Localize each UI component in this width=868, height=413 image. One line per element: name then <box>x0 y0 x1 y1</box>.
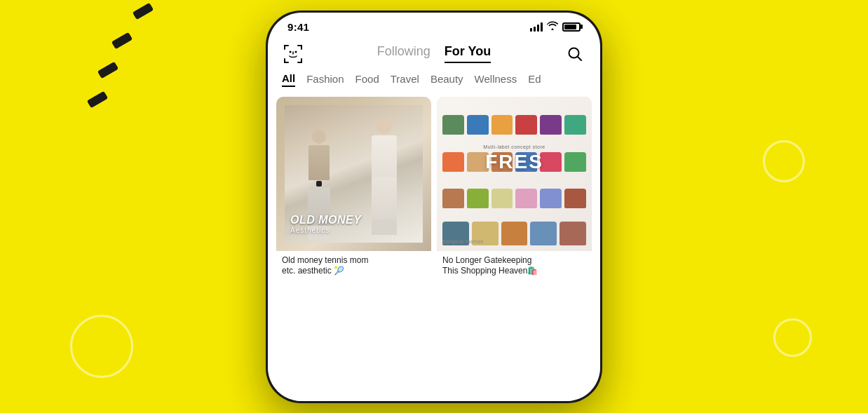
status-time: 9:41 <box>287 21 309 33</box>
decorative-circle-left <box>70 315 133 378</box>
dash-4 <box>87 91 108 108</box>
nav-tabs: Following For You <box>377 44 491 63</box>
feed-grid: OLD MONEY Aesthetics Old money tennis mo… <box>268 91 600 281</box>
card-1-caption-line1: Old money tennis mom <box>282 255 368 265</box>
cat-travel[interactable]: Travel <box>391 73 419 86</box>
cat-beauty[interactable]: Beauty <box>430 73 463 86</box>
shelf-bg <box>437 97 592 251</box>
signal-icon <box>530 22 543 32</box>
fres-label: Multi-label concept store FRES <box>483 144 545 172</box>
svg-point-9 <box>295 50 297 53</box>
dash-3 <box>97 62 118 79</box>
tab-for-you[interactable]: For You <box>445 44 491 63</box>
svg-rect-7 <box>301 58 302 63</box>
battery-icon <box>562 22 581 32</box>
card-2[interactable]: Multi-label concept store FRES Bangkok f… <box>437 97 592 281</box>
svg-rect-3 <box>301 45 302 50</box>
signal-bar-4 <box>541 22 543 32</box>
cat-wellness[interactable]: Wellness <box>475 73 517 86</box>
face-id-icon[interactable] <box>282 43 304 65</box>
card-1-image: OLD MONEY Aesthetics <box>276 97 431 251</box>
dash-1 <box>133 3 154 20</box>
status-icons <box>530 21 581 32</box>
fashion-photo: OLD MONEY Aesthetics <box>285 105 423 243</box>
wifi-icon <box>547 21 558 32</box>
signal-bar-3 <box>537 25 539 32</box>
cat-fashion[interactable]: Fashion <box>306 73 344 86</box>
search-button[interactable] <box>564 43 586 65</box>
bangkok-label: Bangkok fashion <box>442 239 484 244</box>
decorative-dashes <box>105 0 153 104</box>
phone-frame: 9:41 <box>266 11 602 403</box>
cat-all[interactable]: All <box>282 72 295 87</box>
shelf-1 <box>442 102 586 135</box>
card-2-caption-line1: No Longer Gatekeeping <box>442 255 531 265</box>
nav-header: Following For You <box>268 37 600 68</box>
card-1-subtitle: Aesthetics <box>290 226 361 234</box>
phone-screen: 9:41 <box>268 13 600 401</box>
signal-bar-1 <box>530 28 532 32</box>
card-1-title: OLD MONEY <box>290 214 361 226</box>
signal-bar-2 <box>534 27 536 32</box>
decorative-circle-right <box>763 140 805 182</box>
shelf-3 <box>442 176 586 209</box>
svg-point-8 <box>290 50 292 53</box>
card-1[interactable]: OLD MONEY Aesthetics Old money tennis mo… <box>276 97 431 281</box>
card-2-photo: Multi-label concept store FRES Bangkok f… <box>437 97 592 251</box>
card-2-image: Multi-label concept store FRES Bangkok f… <box>437 97 592 251</box>
phone-device: 9:41 <box>252 11 616 403</box>
fres-sublabel: Multi-label concept store <box>483 144 545 149</box>
card-1-caption: Old money tennis mom etc. aesthetic 🎾 <box>276 251 431 281</box>
category-bar: All Fashion Food Travel Beauty Wellness … <box>268 68 600 91</box>
svg-rect-5 <box>284 58 285 63</box>
battery-level <box>564 25 576 29</box>
card-1-overlay: OLD MONEY Aesthetics <box>290 214 361 234</box>
svg-rect-1 <box>284 45 285 50</box>
card-2-caption-line2: This Shopping Heaven🛍️ <box>442 266 538 276</box>
card-1-photo: OLD MONEY Aesthetics <box>276 97 431 251</box>
card-2-caption-text: No Longer Gatekeeping This Shopping Heav… <box>442 255 586 277</box>
card-1-caption-line2: etc. aesthetic 🎾 <box>282 266 344 276</box>
card-1-caption-text: Old money tennis mom etc. aesthetic 🎾 <box>282 255 426 277</box>
cat-food[interactable]: Food <box>355 73 379 86</box>
tab-following[interactable]: Following <box>377 44 430 63</box>
fres-title: FRES <box>483 150 545 172</box>
card-2-caption: No Longer Gatekeeping This Shopping Heav… <box>437 251 592 281</box>
content-area: OLD MONEY Aesthetics Old money tennis mo… <box>268 91 600 401</box>
decorative-circle-right2 <box>773 318 812 357</box>
cat-ed[interactable]: Ed <box>528 73 541 86</box>
status-bar: 9:41 <box>268 13 600 37</box>
dash-2 <box>111 32 133 49</box>
